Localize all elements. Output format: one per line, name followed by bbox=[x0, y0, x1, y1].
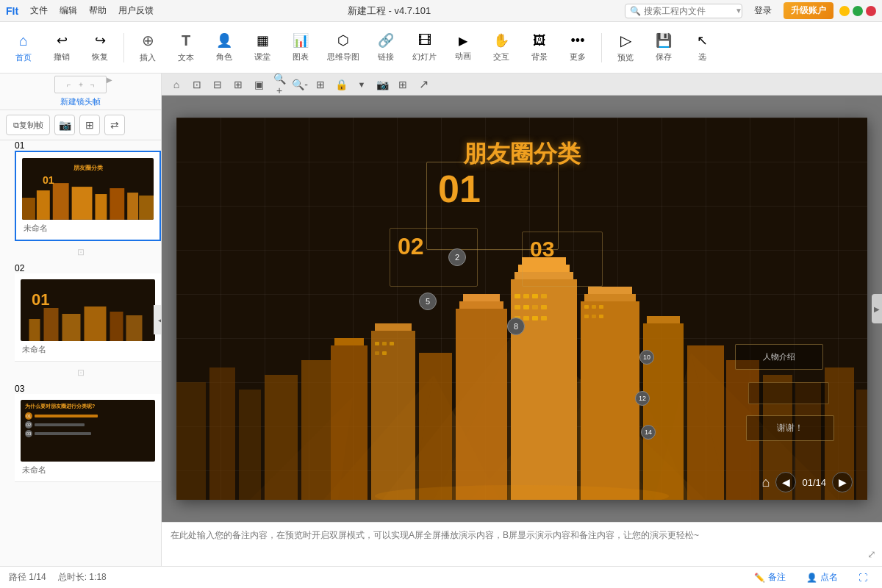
toolbar: ⌂ 首页 ↩ 撤销 ↪ 恢复 ⊕ 插入 T 文本 👤 角色 ▦ 课堂 📊 图表 … bbox=[0, 22, 882, 74]
svg-rect-4 bbox=[110, 188, 124, 220]
anim-icon: ▶ bbox=[459, 34, 467, 48]
toolbar-bg[interactable]: 🖼 背景 bbox=[522, 26, 557, 70]
svg-rect-35 bbox=[375, 323, 412, 331]
svg-rect-39 bbox=[463, 294, 500, 301]
slide-02-item[interactable]: 01 未命名 bbox=[15, 273, 161, 362]
toolbar-chart[interactable]: 📊 图表 bbox=[283, 26, 318, 70]
node-14[interactable]: 14 bbox=[641, 425, 656, 440]
new-frame-label: 新建镜头帧 bbox=[60, 96, 101, 107]
svg-rect-8 bbox=[29, 319, 40, 341]
toolbar-slide[interactable]: 🎞 幻灯片 bbox=[406, 26, 442, 70]
redo-icon: ↪ bbox=[95, 32, 106, 49]
toolbar-mindmap[interactable]: ⬡ 思维导图 bbox=[321, 26, 365, 70]
toolbar-undo[interactable]: ↩ 撤销 bbox=[44, 26, 79, 70]
toolbar-class[interactable]: ▦ 课堂 bbox=[245, 26, 280, 70]
svg-rect-66 bbox=[856, 390, 867, 500]
toolbar-home[interactable]: ⌂ 首页 bbox=[6, 26, 41, 70]
canvas-lock2-btn[interactable]: ▼ bbox=[353, 76, 370, 93]
canvas-home-icon[interactable]: ⌂ bbox=[762, 475, 770, 490]
role-icon: 👤 bbox=[216, 32, 232, 49]
close-button[interactable] bbox=[866, 6, 876, 16]
note-button[interactable]: ✏️ 备注 bbox=[748, 570, 792, 585]
next-slide-button[interactable]: ▶ bbox=[832, 472, 853, 492]
right-box-2[interactable] bbox=[748, 382, 829, 404]
toolbar-select[interactable]: ↖ 选 bbox=[684, 26, 720, 70]
canvas-fit-btn[interactable]: ⊡ bbox=[188, 76, 206, 93]
tag-button[interactable]: 👤 点名 bbox=[800, 570, 844, 585]
canvas-more2-btn[interactable]: ↗ bbox=[415, 76, 432, 93]
canvas-zoom-out2-btn[interactable]: ⊟ bbox=[209, 76, 226, 93]
minimize-button[interactable] bbox=[839, 6, 850, 16]
svg-rect-61 bbox=[687, 345, 724, 500]
copy-frame-button[interactable]: ⧉ 复制帧 bbox=[6, 115, 50, 135]
notes-expand-button[interactable]: ⤢ bbox=[867, 548, 876, 560]
search-dropdown-icon[interactable]: ▼ bbox=[735, 7, 742, 15]
menu-feedback[interactable]: 用户反馈 bbox=[118, 4, 154, 17]
canvas-grid-btn[interactable]: ⊞ bbox=[394, 76, 412, 93]
toolbar-insert[interactable]: ⊕ 插入 bbox=[130, 26, 165, 70]
toolbar-role[interactable]: 👤 角色 bbox=[207, 26, 242, 70]
main-canvas[interactable]: 朋友圈分类 01 02 03 2 5 bbox=[176, 118, 867, 500]
svg-rect-75 bbox=[584, 315, 589, 318]
menu-help[interactable]: 帮助 bbox=[89, 4, 107, 17]
upgrade-button[interactable]: 升级账户 bbox=[784, 2, 833, 19]
grid-button[interactable]: ⊞ bbox=[79, 115, 100, 135]
node-10[interactable]: 10 bbox=[639, 350, 654, 365]
node-12[interactable]: 12 bbox=[635, 391, 650, 406]
canvas-zoom-out-btn[interactable]: 🔍- bbox=[291, 76, 309, 93]
right-box-1[interactable]: 人物介绍 bbox=[735, 344, 823, 370]
canvas-frame-btn[interactable]: ▣ bbox=[250, 76, 268, 93]
toolbar-anim[interactable]: ▶ 动画 bbox=[445, 26, 481, 70]
node-8[interactable]: 8 bbox=[507, 318, 525, 335]
slide-03-item[interactable]: 为什么要对朋友圈进行分类呢? 01 02 03 bbox=[15, 394, 161, 482]
photo-button[interactable]: 📷 bbox=[54, 115, 75, 135]
toolbar-interact[interactable]: ✋ 交互 bbox=[484, 26, 519, 70]
num-label-03: 03 bbox=[530, 238, 554, 260]
text-icon: T bbox=[182, 32, 190, 49]
slide-01-num: 01 bbox=[15, 140, 24, 151]
toolbar-redo[interactable]: ↪ 恢复 bbox=[82, 26, 118, 70]
svg-rect-60 bbox=[647, 316, 680, 323]
canvas-fit2-btn[interactable]: ⊞ bbox=[312, 76, 329, 93]
toolbar-save[interactable]: 💾 保存 bbox=[646, 26, 681, 70]
toolbar-divider-1 bbox=[123, 33, 124, 62]
menu-edit[interactable]: 编辑 bbox=[60, 4, 77, 17]
canvas-zoom-in-btn[interactable]: 🔍+ bbox=[270, 76, 288, 93]
canvas-wrapper[interactable]: 朋友圈分类 01 02 03 2 5 bbox=[162, 96, 882, 522]
new-frame-button[interactable]: ⌐ ＋ ¬ ▶ 新建镜头帧 bbox=[0, 74, 161, 110]
login-button[interactable]: 登录 bbox=[748, 3, 778, 18]
node-2[interactable]: 2 bbox=[448, 248, 466, 266]
menu-file[interactable]: 文件 bbox=[30, 4, 48, 17]
toolbar-preview[interactable]: ▷ 预览 bbox=[608, 26, 643, 70]
toolbar-link[interactable]: 🔗 链接 bbox=[368, 26, 404, 70]
right-panel-expand[interactable]: ▶ bbox=[872, 294, 882, 323]
corner-br: ¬ bbox=[90, 81, 95, 89]
canvas-home-btn[interactable]: ⌂ bbox=[168, 76, 185, 93]
slide-03-num: 03 bbox=[15, 384, 24, 394]
svg-rect-71 bbox=[382, 351, 387, 355]
canvas-camera-btn[interactable]: 📷 bbox=[373, 76, 391, 93]
toolbar-more[interactable]: ••• 更多 bbox=[560, 26, 595, 70]
node-5[interactable]: 5 bbox=[419, 293, 437, 310]
toolbar-text[interactable]: T 文本 bbox=[168, 26, 204, 70]
svg-rect-48 bbox=[514, 305, 520, 309]
num-box-03[interactable]: 03 bbox=[522, 232, 603, 287]
slide-navigation: ⌂ ◀ 01/14 ▶ bbox=[762, 472, 853, 492]
fullscreen-button[interactable]: ⛶ bbox=[853, 571, 873, 584]
swap-button[interactable]: ⇄ bbox=[104, 115, 125, 135]
sidebar-collapse-button[interactable]: ◀ bbox=[154, 305, 162, 334]
svg-rect-6 bbox=[22, 198, 35, 220]
notes-textarea[interactable] bbox=[171, 528, 873, 561]
svg-rect-72 bbox=[584, 305, 589, 309]
svg-rect-53 bbox=[523, 316, 529, 320]
slide-01-item[interactable]: 朋友圈分类 01 未命名 bbox=[15, 151, 161, 241]
maximize-button[interactable] bbox=[853, 6, 863, 16]
canvas-lock-btn[interactable]: 🔒 bbox=[332, 76, 350, 93]
prev-slide-button[interactable]: ◀ bbox=[775, 472, 796, 492]
select-icon: ↖ bbox=[697, 32, 708, 49]
right-box-3[interactable]: 谢谢！ bbox=[746, 415, 834, 441]
search-input[interactable] bbox=[644, 6, 732, 16]
search-box[interactable]: 🔍 ▼ bbox=[625, 4, 742, 18]
node-12-label: 12 bbox=[639, 395, 646, 402]
canvas-zoom-in2-btn[interactable]: ⊞ bbox=[229, 76, 247, 93]
